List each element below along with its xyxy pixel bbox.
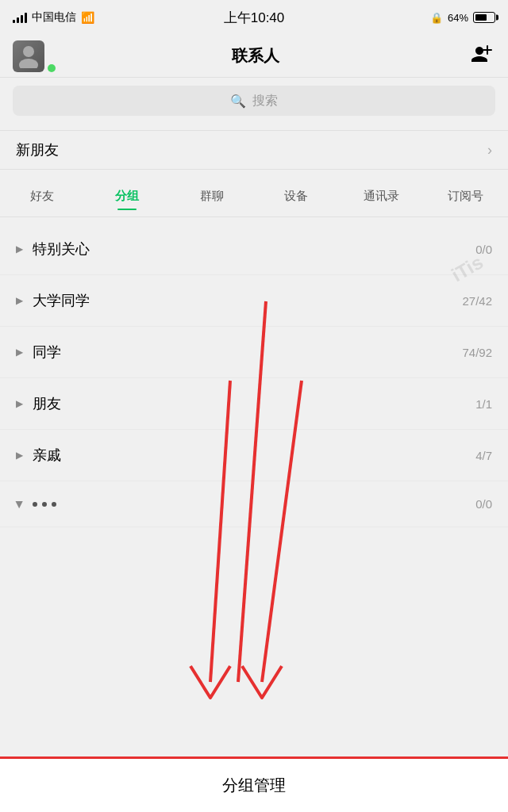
group-item-college[interactable]: ▶ 大学同学 27/42 [0,275,508,327]
group-count-more: 0/0 [475,497,492,511]
group-item-classmates[interactable]: ▶ 同学 74/92 [0,327,508,378]
battery-percent: 64% [448,12,468,24]
bottom-bar[interactable]: 分组管理 [0,756,508,812]
group-item-more[interactable]: ▶ 0/0 [0,481,508,527]
new-friends-label: 新朋友 [16,140,59,159]
lock-icon: 🔒 [430,12,443,24]
status-bar: 中国电信 📶 上午10:40 🔒 64% [0,0,508,35]
tabs-container: 好友 分组 群聊 设备 通讯录 订阅号 [0,176,508,217]
tab-subscriptions[interactable]: 订阅号 [423,186,508,207]
tab-contacts[interactable]: 通讯录 [339,186,424,207]
group-count-special: 0/0 [475,243,492,256]
wifi-icon: 📶 [81,11,94,24]
group-name-special: 特别关心 [33,239,90,259]
group-left: ▶ 同学 [16,343,61,362]
group-item-family[interactable]: ▶ 亲戚 4/7 [0,430,508,481]
expand-icon-more: ▶ [14,500,25,508]
add-person-icon [470,43,492,70]
expand-icon-special: ▶ [16,243,23,255]
expand-icon-classmates: ▶ [16,347,23,358]
online-indicator [48,64,56,72]
expand-icon-friends: ▶ [16,398,23,409]
carrier-name: 中国电信 [32,10,76,25]
expand-icon-family: ▶ [16,450,23,461]
status-right: 🔒 64% [430,12,495,24]
svg-point-0 [23,46,34,57]
search-placeholder: 搜索 [252,93,278,109]
group-item-special[interactable]: ▶ 特别关心 0/0 [0,224,508,275]
search-container: 🔍 搜索 [0,78,508,124]
battery-icon [473,12,495,23]
expand-icon-college: ▶ [16,295,23,306]
group-name-college: 大学同学 [33,291,90,310]
group-count-family: 4/7 [475,449,492,462]
new-friends-section[interactable]: 新朋友 › [0,130,508,170]
chevron-right-icon: › [487,142,492,159]
svg-point-1 [19,59,38,68]
group-left: ▶ [16,499,56,510]
group-list: ▶ 特别关心 0/0 ▶ 大学同学 27/42 ▶ 同学 74/92 ▶ 朋友 … [0,224,508,527]
tab-friends[interactable]: 好友 [0,186,85,207]
avatar[interactable] [13,40,44,72]
page-title: 联系人 [232,45,279,67]
group-count-classmates: 74/92 [462,346,492,359]
search-icon: 🔍 [230,94,246,109]
status-left: 中国电信 📶 [13,10,94,25]
tab-devices[interactable]: 设备 [254,186,339,207]
group-left: ▶ 大学同学 [16,291,90,310]
tab-chats[interactable]: 群聊 [169,186,254,207]
group-name-classmates: 同学 [33,343,61,362]
avatar-wrapper[interactable] [13,40,44,72]
group-name-family: 亲戚 [33,446,61,465]
group-name-friends: 朋友 [33,394,61,413]
search-bar[interactable]: 🔍 搜索 [13,86,495,116]
tab-groups[interactable]: 分组 [85,186,170,207]
group-left: ▶ 朋友 [16,394,61,413]
signal-icon [13,12,27,23]
dot-1 [33,502,37,507]
bottom-bar-label: 分组管理 [222,775,286,796]
dot-2 [42,502,47,507]
group-left: ▶ 亲戚 [16,446,61,465]
status-time: 上午10:40 [224,9,285,27]
group-left: ▶ 特别关心 [16,239,90,259]
add-contact-button[interactable] [467,42,495,71]
dot-3 [52,502,56,507]
group-dots-more [33,502,56,507]
group-count-friends: 1/1 [475,397,492,411]
nav-bar: 联系人 [0,35,508,78]
group-count-college: 27/42 [462,294,492,308]
group-item-friends[interactable]: ▶ 朋友 1/1 [0,378,508,430]
